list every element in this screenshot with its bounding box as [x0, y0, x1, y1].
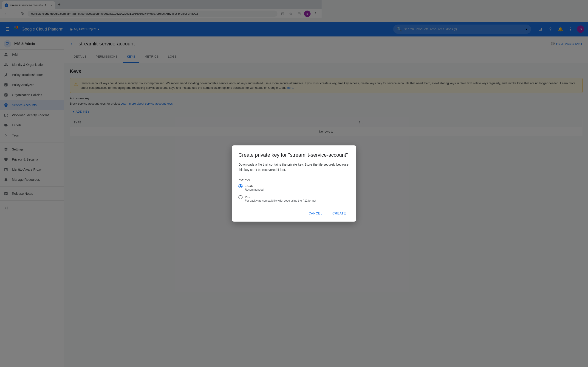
dialog-content: Create private key for "streamlit-servic…	[232, 145, 321, 197]
json-label-sub: Recommended	[245, 188, 263, 191]
p12-label-main: P12	[245, 195, 316, 197]
key-type-label: Key type	[238, 178, 321, 181]
p12-radio-button[interactable]	[238, 195, 242, 197]
json-radio-button[interactable]	[238, 184, 242, 188]
dialog-description: Downloads a file that contains the priva…	[238, 162, 321, 172]
json-radio-label: JSON Recommended	[245, 184, 263, 191]
json-radio-option[interactable]: JSON Recommended	[238, 184, 321, 191]
p12-radio-label: P12 For backward compatibility with code…	[245, 195, 316, 197]
json-label-main: JSON	[245, 184, 263, 188]
dialog-title: Create private key for "streamlit-servic…	[238, 152, 321, 158]
create-key-dialog: Create private key for "streamlit-servic…	[232, 145, 321, 197]
modal-overlay[interactable]: Create private key for "streamlit-servic…	[0, 0, 321, 197]
p12-radio-option[interactable]: P12 For backward compatibility with code…	[238, 195, 321, 197]
